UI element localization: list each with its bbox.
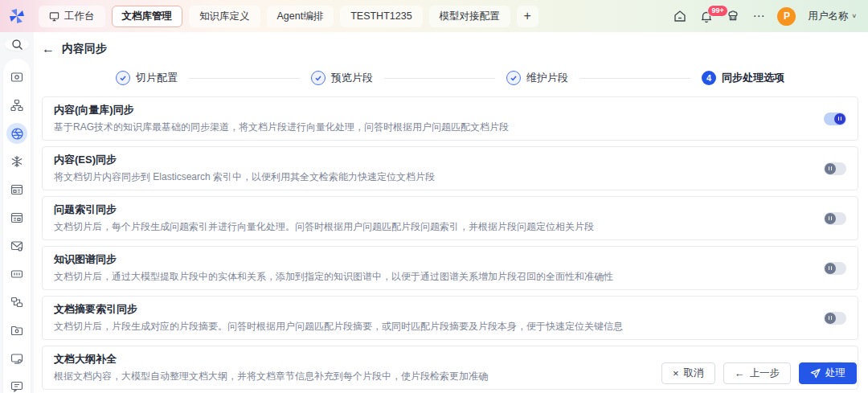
- notification-badge: 99+: [707, 5, 727, 17]
- sync-option-row-summary-index: 文档摘要索引同步 文档切片后，片段生成对应的片段摘要。问答时根据用户问题匹配片段…: [42, 296, 858, 340]
- es-sync-toggle[interactable]: [824, 162, 846, 175]
- more-menu-icon[interactable]: ⋯: [752, 9, 765, 23]
- flow-nodes-icon: [10, 296, 23, 309]
- tab-kb-definition[interactable]: 知识库定义: [189, 6, 260, 27]
- step-check-icon: [311, 71, 326, 85]
- user-menu[interactable]: 用户名称 ∨: [808, 10, 857, 23]
- row-text: 内容(向量库)同步 基于RAG技术的知识库最基础的同步渠道，将文档片段进行向量化…: [54, 103, 509, 134]
- step-check-icon: [506, 71, 521, 85]
- sidebar-item-model[interactable]: [6, 151, 27, 172]
- folder-gear-icon: [10, 324, 23, 337]
- notifications-bell-icon[interactable]: 99+: [699, 9, 714, 23]
- step-check-icon: [116, 71, 130, 85]
- sidebar-item-folder-config[interactable]: [6, 320, 27, 341]
- step-number: 4: [702, 71, 716, 85]
- sidebar-item-sitemap[interactable]: [6, 95, 27, 116]
- sync-options-list: 内容(向量库)同步 基于RAG技术的知识库最基础的同步渠道，将文档片段进行向量化…: [42, 96, 858, 390]
- app-window-icon: [10, 183, 23, 196]
- sidebar-search-button[interactable]: [5, 39, 29, 51]
- tab-label: 知识库定义: [199, 10, 250, 23]
- knowledge-graph-sync-toggle[interactable]: [824, 262, 846, 275]
- option-title: 内容(向量库)同步: [54, 103, 509, 117]
- row-text: 文档大纲补全 根据文档内容，大模型自动整理文档大纲，并将文档章节信息补充到每个片…: [54, 352, 488, 383]
- sync-option-row-question-index: 问题索引同步 文档切片后，每个片段生成问题索引并进行向量化处理。问答时根据用户问…: [42, 196, 858, 240]
- step-sync-options: 4 同步处理选项: [702, 71, 784, 85]
- step-maintain-segments: 维护片段: [506, 71, 568, 85]
- sidebar-item-app-window-2[interactable]: [6, 207, 27, 228]
- toggle-knob: [825, 263, 836, 274]
- page-title: 内容同步: [62, 42, 107, 56]
- row-text: 文档摘要索引同步 文档切片后，片段生成对应的片段摘要。问答时根据用户问题匹配片段…: [54, 302, 623, 334]
- process-button[interactable]: 处理: [799, 362, 857, 384]
- summary-index-sync-toggle[interactable]: [824, 312, 846, 325]
- toggle-knob: [825, 213, 836, 224]
- option-title: 知识图谱同步: [54, 252, 613, 267]
- step-slice-config: 切片配置: [116, 71, 178, 85]
- sidebar-item-keyboard[interactable]: [6, 264, 27, 285]
- tab-doc-library[interactable]: 文档库管理: [112, 6, 183, 27]
- sidebar-item-flow[interactable]: [6, 292, 27, 313]
- send-icon: [810, 368, 821, 379]
- process-label: 处理: [825, 366, 845, 380]
- back-arrow-icon[interactable]: ←: [42, 43, 55, 55]
- previous-step-label: 上一步: [750, 366, 780, 380]
- option-description: 将文档切片内容同步到 Elasticsearch 索引中，以便利用其全文检索能力…: [54, 170, 435, 184]
- previous-step-button[interactable]: ← 上一步: [723, 362, 792, 384]
- crown-icon[interactable]: [726, 9, 740, 23]
- home-icon[interactable]: [673, 9, 687, 23]
- snowflake-icon: [10, 155, 23, 168]
- screen-gear-icon: [10, 352, 23, 365]
- cancel-button[interactable]: × 取消: [661, 362, 715, 384]
- top-bar: 工作台 文档库管理 知识库定义 Agent编排 TESTHT1235 模型对接配…: [0, 0, 868, 32]
- question-index-sync-toggle[interactable]: [824, 212, 846, 225]
- sidebar-item-workbench[interactable]: [6, 67, 27, 88]
- option-title: 内容(ES)同步: [54, 153, 435, 167]
- step-label: 维护片段: [526, 71, 568, 85]
- tab-label: 工作台: [64, 10, 95, 23]
- user-avatar[interactable]: P: [777, 7, 796, 26]
- monitor-gear-icon: [10, 71, 23, 84]
- step-connector: [189, 78, 300, 79]
- sync-option-row-knowledge-graph: 知识图谱同步 文档切片后，通过大模型提取片段中的实体和关系，添加到指定的知识图谱…: [42, 246, 858, 290]
- chevron-down-icon: ∨: [851, 13, 857, 19]
- row-text: 问题索引同步 文档切片后，每个片段生成问题索引并进行向量化处理。问答时根据用户问…: [54, 203, 594, 234]
- sidebar-item-knowledge-base[interactable]: [6, 123, 27, 144]
- tab-model-config[interactable]: 模型对接配置: [429, 6, 510, 27]
- monitor-icon: [49, 11, 59, 22]
- sidebar-item-app-window-1[interactable]: [6, 179, 27, 200]
- sidebar-item-mail-config[interactable]: [6, 235, 27, 256]
- step-preview-segments: 预览片段: [311, 71, 373, 85]
- sync-option-row-es: 内容(ES)同步 将文档切片内容同步到 Elasticsearch 索引中，以便…: [42, 146, 858, 190]
- sidebar-item-screen-config[interactable]: [6, 348, 27, 369]
- option-title: 问题索引同步: [54, 203, 594, 217]
- main-content: ← 内容同步 切片配置 预览片段 维: [34, 32, 868, 393]
- option-title: 文档大纲补全: [54, 352, 488, 366]
- tab-workbench[interactable]: 工作台: [39, 6, 105, 27]
- brain-icon: [10, 127, 24, 141]
- tab-label: 模型对接配置: [440, 10, 500, 23]
- stepper: 切片配置 预览片段 维护片段 4 同步处理选项: [42, 71, 858, 85]
- topbar-right: 99+ ⋯ P 用户名称 ∨: [673, 7, 857, 26]
- row-text: 内容(ES)同步 将文档切片内容同步到 Elasticsearch 索引中，以便…: [54, 153, 435, 184]
- left-sidebar: [0, 32, 34, 393]
- sidebar-item-chat[interactable]: [6, 376, 27, 393]
- keyboard-icon: [10, 268, 23, 280]
- sync-option-row-vector: 内容(向量库)同步 基于RAG技术的知识库最基础的同步渠道，将文档片段进行向量化…: [42, 96, 858, 141]
- search-icon: [11, 39, 23, 51]
- vector-sync-toggle[interactable]: [824, 113, 846, 125]
- tab-label: Agent编排: [277, 10, 324, 23]
- option-description: 文档切片后，通过大模型提取片段中的实体和关系，添加到指定的知识图谱中，以便于通过…: [54, 270, 613, 284]
- new-tab-button[interactable]: +: [517, 6, 538, 27]
- user-name: 用户名称: [808, 10, 848, 23]
- row-text: 知识图谱同步 文档切片后，通过大模型提取片段中的实体和关系，添加到指定的知识图谱…: [54, 252, 613, 284]
- tab-agent-orchestration[interactable]: Agent编排: [267, 6, 334, 27]
- option-description: 文档切片后，每个片段生成问题索引并进行向量化处理。问答时根据用户问题匹配片段问题…: [54, 220, 594, 234]
- option-description: 根据文档内容，大模型自动整理文档大纲，并将文档章节信息补充到每个片段中，使片段检…: [54, 370, 488, 383]
- footer-actions: × 取消 ← 上一步 处理: [661, 362, 857, 384]
- close-icon: ×: [673, 368, 679, 379]
- toggle-knob: [825, 313, 836, 324]
- option-title: 文档摘要索引同步: [54, 302, 623, 317]
- left-arrow-icon: ←: [735, 368, 745, 379]
- step-label: 切片配置: [136, 71, 178, 85]
- tab-testht1235[interactable]: TESTHT1235: [340, 6, 422, 27]
